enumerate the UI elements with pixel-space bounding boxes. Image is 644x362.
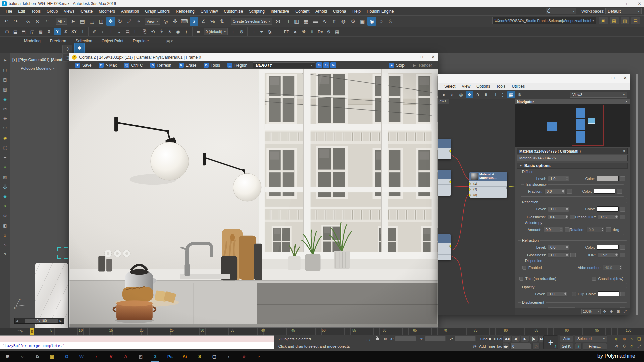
viewport-menu-button[interactable]: [+] (12, 58, 17, 62)
slate-view-dropdown[interactable]: View3 (570, 92, 627, 98)
material-editor-icon[interactable]: ◍ (339, 17, 348, 26)
named-selection-sets-dropdown[interactable]: Create Selection Set (231, 18, 272, 25)
walk-through-icon[interactable]: ⟐ (621, 343, 628, 350)
left-tool-drop-icon[interactable]: ◆ (2, 193, 8, 200)
align-icon[interactable]: ⫤ (283, 17, 291, 26)
ribbon-toggle-icon[interactable]: ▬ (311, 17, 320, 26)
menu-scripting[interactable]: Scripting (246, 7, 268, 15)
toolbar-separator[interactable] (247, 27, 248, 36)
left-tool-spray-icon[interactable]: ❋ (2, 115, 8, 122)
select-and-place-icon[interactable]: ⌖ (135, 17, 143, 26)
fresnel-map-button[interactable] (620, 215, 625, 219)
rectangular-selection-region-icon[interactable]: ⬚ (88, 17, 96, 26)
viewport-camera-label[interactable]: [PhysCamera001] (18, 58, 49, 62)
reset-material-icon[interactable]: ◎ (457, 91, 465, 98)
ring-icon[interactable]: ⟐ (158, 28, 165, 35)
render-iterative-icon[interactable]: ◌ (377, 17, 385, 26)
menu-create[interactable]: Create (77, 7, 96, 15)
measure-icon[interactable]: ⌯ (116, 28, 123, 35)
wrench-icon[interactable]: ⚒ (300, 28, 307, 35)
refraction-color-swatch[interactable] (597, 245, 619, 250)
displacement-texture-button[interactable] (620, 307, 625, 308)
left-tool-marker-icon[interactable]: ▢ (2, 67, 8, 73)
ribbon-minimize-icon[interactable]: ▣ ▾ (166, 39, 173, 43)
polygon-counter-icon[interactable]: ⌶ (79, 28, 86, 35)
listener-macro-row[interactable] (0, 335, 274, 342)
viewer-app-icon[interactable]: ◩ (136, 352, 146, 361)
autocad-icon[interactable]: A (121, 352, 131, 361)
illustrator-icon[interactable]: Ai (180, 352, 190, 361)
translucency-fraction-spinner[interactable]: 0.0 (544, 189, 565, 194)
time-slider-handle[interactable]: 0 / 100 (25, 319, 58, 323)
render-setup-icon[interactable]: ⚙ (348, 17, 357, 26)
scene-explorer-icon[interactable]: ▥ (292, 17, 301, 26)
close-button[interactable]: ✕ (638, 1, 641, 6)
select-object-icon[interactable]: ➤ (69, 17, 77, 26)
use-pivot-center-icon[interactable]: ◎ (161, 17, 170, 26)
key-filters-icon[interactable]: ⚷ (575, 343, 582, 350)
spacing-icon[interactable]: ⋯ (275, 28, 282, 35)
y-coordinate-field[interactable] (425, 336, 446, 341)
previous-frame-button[interactable]: ◀| (512, 335, 520, 342)
left-tool-hatch-icon[interactable]: ▨ (2, 174, 8, 180)
time-slider-next-icon[interactable]: ▶ (58, 319, 63, 323)
corona-stop-button[interactable]: ■Stop (386, 61, 408, 69)
import-folder-icon[interactable]: ▥ (621, 17, 629, 24)
hammer-icon[interactable]: ⚙ (325, 28, 332, 35)
thin-checkbox[interactable] (519, 277, 523, 281)
table-icon[interactable]: ▤ (124, 28, 131, 35)
zoom-all-icon[interactable]: ⊛ (621, 335, 628, 343)
zoom-extents-all-icon[interactable]: ❏ (636, 335, 643, 343)
navigator-minimap[interactable] (515, 104, 630, 147)
render-production-icon[interactable]: ◉ (367, 17, 376, 26)
slate-menu-select[interactable]: Select (442, 84, 458, 89)
corona-close-button[interactable]: ✕ (431, 54, 435, 59)
add-layer-icon[interactable]: ＋ (229, 28, 237, 35)
reflection-color-map-button[interactable] (620, 207, 625, 212)
input-socket[interactable] (469, 188, 471, 191)
keyboard-shortcut-override-icon[interactable]: ⌨ (180, 17, 189, 26)
bind-to-space-warp-icon[interactable]: ≈ (43, 17, 51, 26)
node-slot-2[interactable]: (2) (469, 186, 507, 192)
left-tool-list-icon[interactable]: ▤ (2, 76, 8, 83)
display-app-icon[interactable]: ▢ (209, 352, 219, 361)
translucency-map-button[interactable] (567, 189, 572, 194)
field-of-view-icon[interactable]: ∢ (613, 343, 620, 350)
material-name-field[interactable]: Material #2146934775 (517, 155, 628, 161)
left-tool-select-icon[interactable]: ➤ (2, 57, 8, 64)
input-socket[interactable] (469, 194, 471, 197)
render-pass-dropdown[interactable]: BEAUTY (253, 62, 315, 68)
diffuse-color-swatch[interactable] (597, 176, 619, 181)
absolute-mode-icon[interactable]: ⊠ (382, 336, 389, 342)
node-output-socket[interactable] (506, 186, 507, 190)
schematic-view-icon[interactable]: ⌗ (330, 17, 338, 26)
selection-set-dropdown[interactable]: Selected (575, 335, 607, 342)
ortho-lt-icon[interactable]: ⬓ (12, 28, 19, 35)
constraint-xy-icon[interactable]: XY (70, 28, 78, 35)
menu-animation[interactable]: Animation (118, 7, 142, 15)
zoom-in-icon[interactable]: ⊕ (316, 62, 322, 68)
node-slot-1[interactable]: (1) (469, 181, 507, 186)
zoom-extents-icon[interactable]: ⌂ (628, 335, 635, 343)
ior-map-button[interactable] (620, 253, 625, 257)
selection-lock-icon[interactable] (374, 336, 380, 342)
left-tool-star-icon[interactable]: ✦ (2, 154, 8, 161)
auto-key-button[interactable]: Auto (560, 335, 573, 342)
select-and-rotate-icon[interactable]: ↻ (116, 17, 124, 26)
selection-filter-dropdown[interactable]: All (56, 18, 67, 25)
assign-material-icon[interactable]: ◐ (449, 91, 456, 98)
opacity-level-spinner[interactable]: 1.0 (547, 291, 567, 297)
key-filters-button[interactable]: Filters... (583, 343, 607, 350)
select-by-name-icon[interactable]: ▤ (78, 17, 87, 26)
mirror2-icon[interactable]: ⧎ (266, 28, 274, 35)
corona-flame-icon[interactable]: ♨ (386, 17, 395, 26)
bulb-icon[interactable]: ☀ (166, 28, 173, 35)
calc-icon[interactable]: ⌗ (308, 28, 316, 35)
listener-script-row[interactable]: "LazyBuffer merge complete." (0, 342, 274, 349)
zoom-icon[interactable]: ⊕ (613, 335, 620, 343)
left-tool-box-icon[interactable]: ⬚ (2, 125, 8, 132)
snaps-toggle-3d-icon[interactable]: 3 (190, 17, 198, 26)
menu-rendering[interactable]: Rendering (173, 7, 197, 15)
displacement-min-spinner[interactable]: 0.0cm (548, 307, 576, 308)
left-tool-knife-icon[interactable]: ✂ (2, 106, 8, 112)
